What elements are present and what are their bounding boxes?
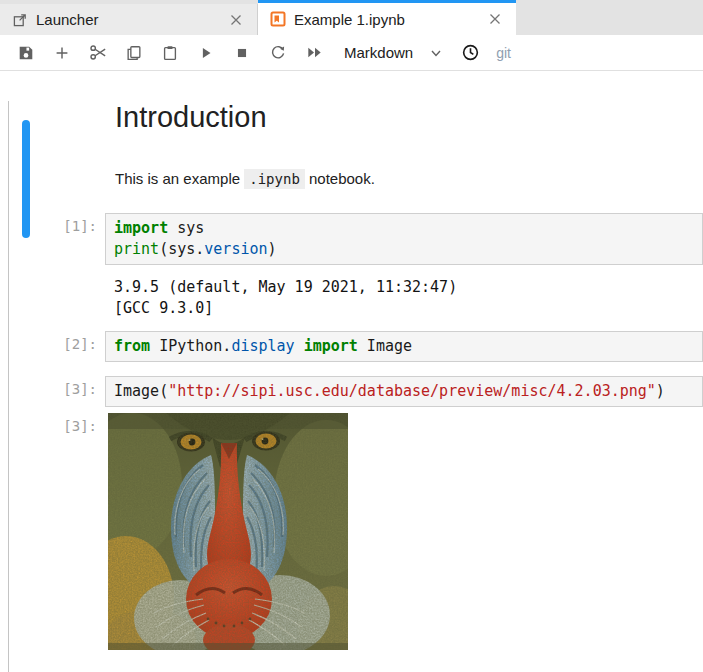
save-icon <box>17 44 35 62</box>
close-icon[interactable] <box>227 11 245 29</box>
run-cell-button[interactable] <box>188 38 224 68</box>
inline-code: .ipynb <box>244 169 305 189</box>
code-cell-1: [1]: import sys print(sys.version) <box>0 213 703 265</box>
markdown-paragraph: This is an example .ipynb notebook. <box>115 170 703 187</box>
cell-type-dropdown[interactable]: Markdown <box>344 44 443 61</box>
code-editor[interactable]: import sys print(sys.version) <box>105 213 703 265</box>
tab-example-notebook[interactable]: Example 1.ipynb <box>258 0 516 35</box>
restart-run-all-button[interactable] <box>296 38 332 68</box>
stop-icon <box>233 44 251 62</box>
run-icon <box>197 44 215 62</box>
interrupt-kernel-button[interactable] <box>224 38 260 68</box>
paste-cells-button[interactable] <box>152 38 188 68</box>
paragraph-text: notebook. <box>309 170 375 187</box>
cut-cells-button[interactable] <box>80 38 116 68</box>
markdown-cell[interactable]: Introduction This is an example .ipynb n… <box>0 101 703 187</box>
code-line: Image("http://sipi.usc.edu/database/prev… <box>114 381 694 402</box>
panel-left-border <box>8 101 9 672</box>
output-image-mandrill <box>108 413 348 650</box>
plus-icon <box>53 44 71 62</box>
paste-icon <box>161 44 179 62</box>
close-icon[interactable] <box>486 10 504 28</box>
tab-label: Launcher <box>36 11 227 28</box>
code-line: print(sys.version) <box>114 239 694 260</box>
input-prompt: [2]: <box>0 331 105 362</box>
chevron-down-icon <box>429 46 443 60</box>
active-cell-collapser[interactable] <box>22 120 30 238</box>
markdown-heading: Introduction <box>115 101 703 134</box>
input-prompt: [1]: <box>0 213 105 265</box>
cut-icon <box>89 43 108 62</box>
copy-cells-button[interactable] <box>116 38 152 68</box>
copy-icon <box>125 44 143 62</box>
restart-icon <box>269 44 287 62</box>
code-editor[interactable]: Image("http://sipi.usc.edu/database/prev… <box>105 376 703 407</box>
input-prompt: [3]: <box>0 376 105 407</box>
code-cell-3: [3]: Image("http://sipi.usc.edu/database… <box>0 376 703 407</box>
dock-tab-bar: Launcher Example 1.ipynb <box>0 0 703 35</box>
output-area-1: 3.9.5 (default, May 19 2021, 11:32:47) [… <box>0 275 703 319</box>
code-line: import sys <box>114 218 694 239</box>
git-toolbar-item[interactable]: git <box>496 45 511 61</box>
output-prompt-empty <box>0 275 105 319</box>
launcher-icon <box>12 12 28 28</box>
fast-forward-icon <box>305 43 324 62</box>
code-editor[interactable]: from IPython.display import Image <box>105 331 703 362</box>
clock-icon <box>461 43 480 62</box>
notebook-panel: Introduction This is an example .ipynb n… <box>0 101 703 672</box>
notebook-toolbar: Markdown git <box>0 35 703 71</box>
paragraph-text: This is an example <box>115 170 240 187</box>
output-text: [GCC 9.3.0] <box>114 298 695 319</box>
output-prompt: [3]: <box>0 413 105 650</box>
notebook-icon <box>270 11 286 27</box>
tab-label: Example 1.ipynb <box>294 11 486 28</box>
output-text: 3.9.5 (default, May 19 2021, 11:32:47) <box>114 277 695 298</box>
restart-kernel-button[interactable] <box>260 38 296 68</box>
code-line: from IPython.display import Image <box>114 336 694 357</box>
insert-cell-button[interactable] <box>44 38 80 68</box>
tab-launcher[interactable]: Launcher <box>0 4 258 35</box>
save-button[interactable] <box>8 38 44 68</box>
cell-type-value: Markdown <box>344 44 413 61</box>
kernel-status-indicator[interactable] <box>461 43 480 62</box>
output-area-3: [3]: <box>0 413 703 650</box>
code-cell-2: [2]: from IPython.display import Image <box>0 331 703 362</box>
